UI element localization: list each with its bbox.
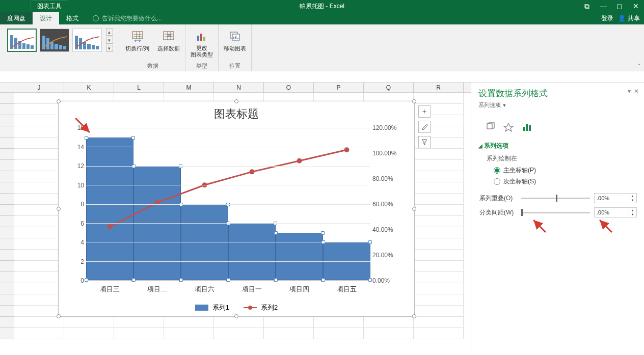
svg-rect-11 — [203, 37, 205, 41]
col-header[interactable]: J — [14, 83, 64, 92]
series-overlap-value[interactable]: .00% ▲▼ — [594, 193, 637, 203]
gap-width-label: 分类间距(W) — [479, 208, 517, 217]
chart-filters-button[interactable] — [418, 136, 431, 148]
chart-style-2[interactable] — [40, 29, 69, 52]
tell-me-input[interactable]: 告诉我您想要做什么... — [93, 14, 162, 23]
window-restore-icon[interactable]: ⧉ — [579, 2, 595, 11]
change-type-icon — [195, 30, 209, 44]
spin-down-icon[interactable]: ▼ — [629, 212, 636, 216]
embedded-chart[interactable]: 图表标题 0246810121416 0.00%20.00%40.00%60.0… — [58, 101, 415, 317]
spin-up-icon[interactable]: ▲ — [629, 194, 636, 198]
worksheet-grid[interactable]: J K L M N O P Q R 图表标题 0246810121416 0.0… — [0, 83, 471, 355]
plot-on-label: 系列绘制在 — [487, 154, 637, 163]
col-header[interactable]: Q — [364, 83, 414, 92]
resize-handle[interactable] — [412, 207, 416, 211]
pane-options-icon[interactable]: ▾ — [628, 88, 631, 95]
legend-item-2[interactable]: 系列2 — [244, 303, 278, 312]
chart-elements-button[interactable]: ＋ — [418, 105, 431, 118]
window-maximize-icon[interactable]: ◻ — [611, 2, 628, 11]
resize-handle[interactable] — [57, 99, 61, 103]
secondary-y-axis[interactable]: 0.00%20.00%40.00%60.00%80.00%100.00%120.… — [370, 128, 404, 281]
tab-format[interactable]: 格式 — [59, 12, 86, 25]
category-label[interactable]: 项目一 — [228, 285, 276, 294]
window-minimize-icon[interactable]: — — [595, 2, 611, 11]
svg-point-1 — [81, 43, 83, 44]
formula-input[interactable] — [0, 71, 644, 82]
category-label[interactable]: 项目二 — [133, 285, 181, 294]
pane-subtitle[interactable]: 系列选项 — [478, 101, 506, 109]
col-header[interactable]: P — [314, 83, 364, 92]
format-data-series-pane: ▾ ✕ 设置数据系列格式 系列选项 系列选项 系列绘制在 主坐标轴(P) 次坐标… — [471, 83, 644, 355]
move-chart-button[interactable]: 移动图表 — [223, 26, 247, 56]
resize-handle[interactable] — [234, 314, 238, 318]
chart-style-3[interactable] — [72, 29, 102, 52]
change-chart-type-button[interactable]: 更改 图表类型 — [190, 26, 214, 61]
category-label[interactable]: 项目三 — [86, 285, 133, 294]
pane-title: 设置数据系列格式 — [478, 88, 637, 99]
legend-swatch-line — [244, 307, 257, 308]
window-close-icon[interactable]: ✕ — [628, 2, 644, 11]
chart-styles-button[interactable] — [418, 121, 431, 133]
spin-up-icon[interactable]: ▲ — [629, 208, 636, 212]
legend-label: 系列2 — [261, 303, 278, 312]
chart-title[interactable]: 图表标题 — [59, 101, 414, 124]
chart-style-1[interactable] — [7, 29, 37, 52]
line-series[interactable] — [86, 128, 370, 260]
series-overlap-slider[interactable] — [521, 198, 590, 199]
plot-area[interactable]: 0246810121416 0.00%20.00%40.00%60.00%80.… — [69, 128, 404, 281]
switch-row-column-button[interactable]: 切换行/列 — [124, 26, 150, 56]
gap-width-value[interactable]: .00% ▲▼ — [594, 207, 637, 217]
primary-axis-input[interactable] — [494, 167, 500, 174]
style-scroll-down[interactable]: ▾ — [106, 37, 113, 44]
tab-design[interactable]: 设计 — [33, 12, 59, 25]
tab-baidu-disk[interactable]: 度网盘 — [0, 12, 33, 25]
legend-label: 系列1 — [212, 303, 229, 312]
primary-y-axis[interactable]: 0246810121416 — [69, 128, 86, 281]
ribbon-location-group: 移动图表 位置 — [219, 24, 252, 71]
gap-value-text: .00% — [597, 209, 609, 215]
col-header[interactable]: O — [264, 83, 314, 92]
column-headers: J K L M N O P Q R — [0, 83, 471, 93]
pane-close-icon[interactable]: ✕ — [634, 88, 639, 95]
category-axis[interactable]: 项目三项目二项目六项目一项目四项目五 — [86, 285, 370, 294]
primary-axis-radio[interactable]: 主坐标轴(P) — [494, 166, 637, 175]
resize-handle[interactable] — [57, 207, 61, 211]
chart-legend[interactable]: 系列1 系列2 — [59, 303, 414, 312]
gap-width-slider[interactable] — [521, 212, 590, 213]
select-data-button[interactable]: 选择数据 — [156, 26, 181, 56]
col-header[interactable]: N — [214, 83, 264, 92]
switch-rowcol-icon — [130, 30, 145, 44]
resize-handle[interactable] — [57, 314, 61, 318]
title-bar: 图表工具 帕累托图 - Excel ⧉ — ◻ ✕ — [0, 0, 644, 12]
style-gallery-expand[interactable]: ▾ — [106, 45, 113, 52]
spin-down-icon[interactable]: ▼ — [629, 198, 636, 202]
secondary-axis-radio[interactable]: 次坐标轴(S) — [494, 177, 637, 186]
series-options-section[interactable]: 系列选项 — [478, 142, 637, 150]
col-header[interactable]: K — [64, 83, 114, 92]
category-label[interactable]: 项目四 — [276, 285, 323, 294]
login-link[interactable]: 登录 — [601, 14, 613, 23]
resize-handle[interactable] — [412, 314, 416, 318]
ribbon: ▴ ▾ ▾ 切换行/列 选择数据 数据 更改 图表类型 类型 移动 — [0, 24, 644, 71]
annotation-arrow — [531, 218, 552, 240]
share-button[interactable]: 👤 共享 — [618, 14, 640, 23]
select-data-label: 选择数据 — [157, 45, 180, 52]
series-options-tab-icon[interactable] — [521, 121, 532, 132]
svg-rect-27 — [529, 125, 531, 131]
category-label[interactable]: 项目六 — [181, 285, 228, 294]
category-label[interactable]: 项目五 — [323, 285, 370, 294]
col-header[interactable]: R — [414, 83, 464, 92]
collapse-ribbon-icon[interactable]: ˄ — [638, 63, 641, 70]
legend-item-1[interactable]: 系列1 — [195, 303, 229, 312]
share-label: 共享 — [628, 14, 640, 23]
col-header[interactable]: L — [114, 83, 164, 92]
resize-handle[interactable] — [234, 99, 238, 103]
fill-line-tab-icon[interactable] — [485, 121, 496, 132]
resize-handle[interactable] — [412, 99, 416, 103]
col-header[interactable]: M — [164, 83, 214, 92]
effects-tab-icon[interactable] — [503, 121, 514, 132]
change-type-label: 更改 图表类型 — [191, 45, 213, 58]
secondary-axis-input[interactable] — [494, 178, 500, 185]
style-scroll-up[interactable]: ▴ — [106, 29, 113, 36]
type-group-label: 类型 — [196, 62, 207, 70]
